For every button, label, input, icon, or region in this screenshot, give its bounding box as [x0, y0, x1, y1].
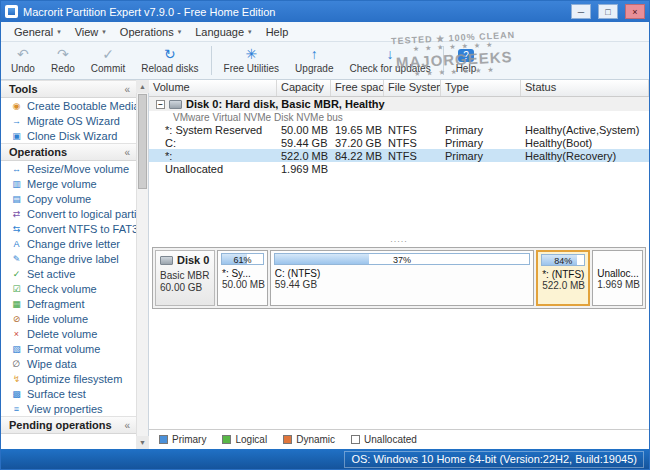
sidebar-item-set-active[interactable]: ✓Set active: [1, 266, 136, 281]
reload-disks-button[interactable]: ↻Reload disks: [133, 43, 206, 78]
sidebar-item-check-volume[interactable]: ☑Check volume: [1, 281, 136, 296]
disk-info-box[interactable]: Disk 0 Basic MBR 60.00 GB: [155, 250, 215, 306]
partition-size: 50.00 MB: [220, 279, 265, 290]
sidebar-item-view-properties[interactable]: ≡View properties: [1, 401, 136, 416]
menu-label: View: [75, 26, 99, 38]
sidebar-item-clone-disk-wizard[interactable]: ▣Clone Disk Wizard: [1, 128, 136, 143]
column-header-file-system[interactable]: File System: [384, 80, 441, 96]
partition-size: 1.969 MB: [595, 279, 640, 290]
sidebar-item-hide-volume[interactable]: ⊘Hide volume: [1, 311, 136, 326]
cell-type: Primary: [441, 150, 521, 162]
minimize-button[interactable]: ─: [571, 4, 591, 19]
table-row-selected[interactable]: *: 522.0 MB 84.22 MB NTFS Primary Health…: [149, 149, 649, 162]
menu-view[interactable]: View▾: [68, 24, 113, 40]
item-label: Convert NTFS to FAT32: [27, 223, 136, 235]
disk-group-row[interactable]: − Disk 0: Hard disk, Basic MBR, Healthy: [149, 97, 649, 111]
hide-volume-icon: ⊘: [11, 314, 22, 324]
sidebar-item-defragment[interactable]: ▦Defragment: [1, 296, 136, 311]
convert-logical-icon: ⇄: [11, 209, 22, 219]
cell-status: Healthy(Active,System): [521, 124, 649, 136]
sidebar-section-pending-operations[interactable]: Pending operations«: [1, 416, 136, 434]
undo-button[interactable]: ↶Undo: [3, 43, 43, 78]
tree-collapse-icon[interactable]: −: [156, 100, 165, 109]
button-label: Redo: [51, 63, 75, 74]
sidebar-item-delete-volume[interactable]: ×Delete volume: [1, 326, 136, 341]
sidebar-item-create-bootable-media[interactable]: ◉Create Bootable Media: [1, 98, 136, 113]
maximize-button[interactable]: □: [598, 4, 618, 19]
column-header-type[interactable]: Type: [441, 80, 521, 96]
cell-capacity: 50.00 MB: [277, 124, 331, 136]
menu-help[interactable]: Help: [259, 24, 296, 40]
sidebar-item-merge-volume[interactable]: ▥Merge volume: [1, 176, 136, 191]
commit-button[interactable]: ✓Commit: [83, 43, 133, 78]
partition-block-unallocated[interactable]: Unalloc... 1.969 MB: [592, 250, 643, 306]
window-title: Macrorit Partition Expert v7.9.0 - Free …: [23, 6, 564, 18]
table-row[interactable]: *: System Reserved 50.00 MB 19.65 MB NTF…: [149, 123, 649, 136]
sidebar-item-surface-test[interactable]: ▩Surface test: [1, 386, 136, 401]
item-label: Copy volume: [27, 193, 91, 205]
column-header-free-space[interactable]: Free space: [331, 80, 384, 96]
column-header-volume[interactable]: Volume: [149, 80, 277, 96]
utilities-icon: ✳: [245, 47, 257, 62]
column-header-capacity[interactable]: Capacity: [277, 80, 331, 96]
sidebar-item-change-drive-letter[interactable]: AChange drive letter: [1, 236, 136, 251]
sidebar-item-migrate-os-wizard[interactable]: →Migrate OS Wizard: [1, 113, 136, 128]
partition-block-system-reserved[interactable]: 61% *: Sy... 50.00 MB: [217, 250, 268, 306]
partition-block-c[interactable]: 37% C: (NTFS) 59.44 GB: [270, 250, 534, 306]
sidebar-item-convert-ntfs-fat32[interactable]: ⇆Convert NTFS to FAT32: [1, 221, 136, 236]
sidebar-section-tools[interactable]: Tools«: [1, 80, 136, 98]
check-volume-icon: ☑: [11, 284, 22, 294]
menu-label: Help: [266, 26, 289, 38]
set-active-icon: ✓: [11, 269, 22, 279]
menu-general[interactable]: General▾: [7, 24, 68, 40]
item-label: Check volume: [27, 283, 97, 295]
optimize-icon: ↯: [11, 374, 22, 384]
cell-volume: C:: [149, 137, 277, 149]
cell-free-space: 19.65 MB: [331, 124, 384, 136]
sidebar-item-copy-volume[interactable]: ▤Copy volume: [1, 191, 136, 206]
menu-language[interactable]: Language▾: [188, 24, 258, 40]
pane-splitter[interactable]: .....: [149, 233, 649, 245]
check-updates-button[interactable]: ↓Check for updates: [341, 43, 438, 78]
bootable-media-icon: ◉: [11, 101, 22, 111]
partition-label: *: Sy...: [220, 268, 265, 279]
collapse-icon[interactable]: «: [124, 147, 130, 158]
collapse-icon[interactable]: «: [124, 84, 130, 95]
migrate-os-icon: →: [11, 116, 22, 126]
partition-block-recovery-selected[interactable]: 84% *: (NTFS) 522.0 MB: [536, 250, 590, 306]
menu-operations[interactable]: Operations▾: [113, 24, 188, 40]
close-button[interactable]: ×: [625, 4, 645, 19]
sidebar-section-operations[interactable]: Operations«: [1, 143, 136, 161]
logical-color-swatch: [222, 435, 231, 444]
toolbar-separator: [443, 46, 444, 75]
sidebar-item-change-drive-label[interactable]: ✎Change drive label: [1, 251, 136, 266]
chevron-down-icon: ▾: [57, 28, 61, 36]
scroll-up-icon[interactable]: ▲: [136, 80, 149, 93]
sidebar-item-optimize-filesystem[interactable]: ↯Optimize filesystem: [1, 371, 136, 386]
section-label: Operations: [9, 146, 67, 158]
item-label: Change drive label: [27, 253, 119, 265]
upgrade-button[interactable]: ↑Upgrade: [287, 43, 341, 78]
sidebar-scrollbar[interactable]: ▲ ▼: [136, 80, 149, 449]
menu-label: Operations: [120, 26, 174, 38]
redo-button[interactable]: ↷Redo: [43, 43, 83, 78]
collapse-icon[interactable]: «: [124, 420, 130, 431]
sidebar-item-wipe-data[interactable]: ∅Wipe data: [1, 356, 136, 371]
sidebar-item-convert-to-logical[interactable]: ⇄Convert to logical partition: [1, 206, 136, 221]
title-bar: Macrorit Partition Expert v7.9.0 - Free …: [1, 1, 649, 22]
scrollbar-thumb[interactable]: [138, 94, 147, 189]
free-utilities-button[interactable]: ✳Free Utilities: [216, 43, 288, 78]
sidebar-item-format-volume[interactable]: ▧Format volume: [1, 341, 136, 356]
scroll-down-icon[interactable]: ▼: [136, 436, 149, 449]
usage-bar: 84%: [541, 254, 585, 266]
table-row[interactable]: C: 59.44 GB 37.20 GB NTFS Primary Health…: [149, 136, 649, 149]
dynamic-color-swatch: [283, 435, 292, 444]
sidebar-item-resize-move-volume[interactable]: ↔Resize/Move volume: [1, 161, 136, 176]
button-label: Upgrade: [295, 63, 333, 74]
table-row[interactable]: Unallocated 1.969 MB: [149, 162, 649, 175]
item-label: Migrate OS Wizard: [27, 115, 120, 127]
help-button[interactable]: ?Help: [448, 43, 485, 78]
item-label: Merge volume: [27, 178, 97, 190]
item-label: Convert to logical partition: [27, 208, 136, 220]
column-header-status[interactable]: Status: [521, 80, 649, 96]
